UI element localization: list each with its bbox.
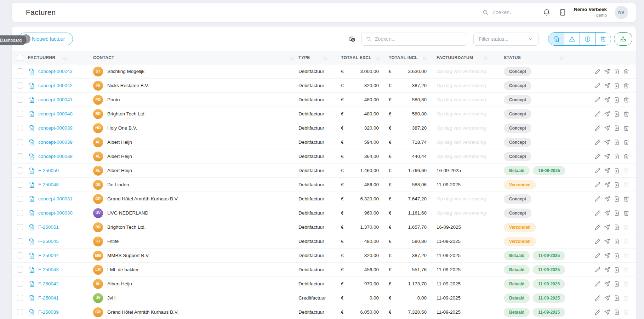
global-search[interactable] <box>482 9 535 16</box>
row-checkbox[interactable] <box>17 125 23 131</box>
download-pdf-button[interactable] <box>614 267 620 273</box>
row-checkbox[interactable] <box>17 252 23 258</box>
send-button[interactable] <box>604 139 610 146</box>
delete-button[interactable] <box>623 295 629 301</box>
send-button[interactable] <box>604 295 610 301</box>
invoice-number-link[interactable]: concept-000030 <box>38 210 73 216</box>
send-button[interactable] <box>604 125 610 131</box>
row-checkbox[interactable] <box>17 281 23 287</box>
invoice-number-link[interactable]: concept-000040 <box>38 111 73 116</box>
delete-button[interactable] <box>623 309 629 315</box>
delete-button[interactable] <box>623 182 629 188</box>
download-pdf-button[interactable] <box>614 210 620 216</box>
row-checkbox[interactable] <box>17 295 23 301</box>
edit-button[interactable] <box>594 153 601 160</box>
delete-button[interactable] <box>623 139 629 146</box>
download-pdf-button[interactable] <box>614 125 620 131</box>
edit-button[interactable] <box>594 139 601 146</box>
invoice-number-link[interactable]: F-250045 <box>38 239 59 244</box>
row-checkbox[interactable] <box>17 167 23 173</box>
download-pdf-button[interactable] <box>614 196 620 202</box>
row-checkbox[interactable] <box>17 97 23 103</box>
delete-button[interactable] <box>623 68 629 75</box>
column-header-contact[interactable]: CONTACT <box>93 55 298 61</box>
delete-button[interactable] <box>623 281 629 287</box>
column-header-factuurnr[interactable]: FACTUURNR <box>28 55 93 61</box>
delete-button[interactable] <box>623 125 629 131</box>
sort-icon[interactable] <box>290 55 293 61</box>
row-checkbox[interactable] <box>17 111 23 117</box>
download-pdf-button[interactable] <box>614 82 620 89</box>
row-checkbox[interactable] <box>17 224 23 230</box>
download-pdf-button[interactable] <box>614 111 620 117</box>
filter-deleted-button[interactable] <box>595 33 611 45</box>
column-header-status[interactable]: STATUS <box>504 55 592 61</box>
row-checkbox[interactable] <box>17 82 23 89</box>
edit-button[interactable] <box>594 295 601 301</box>
row-checkbox[interactable] <box>17 210 23 216</box>
edit-button[interactable] <box>594 210 601 216</box>
avatar[interactable]: NV <box>615 6 628 19</box>
delete-button[interactable] <box>623 210 629 216</box>
download-pdf-button[interactable] <box>614 309 620 315</box>
delete-button[interactable] <box>623 82 629 89</box>
edit-button[interactable] <box>594 68 601 75</box>
invoice-number-link[interactable]: concept-000038 <box>38 154 73 159</box>
invoice-number-link[interactable]: F-250039 <box>38 309 59 315</box>
row-checkbox[interactable] <box>17 238 23 244</box>
delete-button[interactable] <box>623 252 629 259</box>
sort-icon[interactable] <box>376 55 380 61</box>
invoice-number-link[interactable]: concept-000042 <box>38 83 73 88</box>
send-button[interactable] <box>604 196 610 202</box>
invoice-number-link[interactable]: concept-000041 <box>38 97 73 102</box>
row-checkbox[interactable] <box>17 267 23 273</box>
column-header-totaal-incl[interactable]: TOTAAL INCL <box>389 55 437 61</box>
table-search-input[interactable] <box>375 36 463 42</box>
delete-button[interactable] <box>623 97 629 103</box>
invoice-number-link[interactable]: F-250042 <box>38 281 59 286</box>
edit-button[interactable] <box>594 196 601 202</box>
invoice-number-link[interactable]: F-250051 <box>38 224 59 230</box>
edit-button[interactable] <box>594 281 601 287</box>
download-pdf-button[interactable] <box>614 182 620 188</box>
delete-button[interactable] <box>623 267 629 273</box>
sort-icon[interactable] <box>484 55 487 61</box>
invoice-number-link[interactable]: F-250041 <box>38 295 59 301</box>
download-pdf-button[interactable] <box>614 224 620 230</box>
user-block[interactable]: Nemo Verbeek demo <box>574 7 607 18</box>
edit-button[interactable] <box>594 167 601 174</box>
send-button[interactable] <box>604 167 610 174</box>
invoice-number-link[interactable]: concept-000031 <box>38 196 73 201</box>
send-button[interactable] <box>604 97 610 103</box>
column-header-type[interactable]: TYPE <box>298 55 341 61</box>
edit-button[interactable] <box>594 309 601 315</box>
edit-button[interactable] <box>594 111 601 117</box>
invoice-number-link[interactable]: F-250043 <box>38 267 59 272</box>
delete-button[interactable] <box>623 196 629 202</box>
invoice-number-link[interactable]: F-250048 <box>38 182 59 187</box>
delete-button[interactable] <box>623 238 629 245</box>
download-pdf-button[interactable] <box>614 68 620 75</box>
row-checkbox[interactable] <box>17 309 23 315</box>
send-button[interactable] <box>604 281 610 287</box>
edit-button[interactable] <box>594 125 601 131</box>
edit-button[interactable] <box>594 224 601 230</box>
download-pdf-button[interactable] <box>614 238 620 245</box>
download-pdf-button[interactable] <box>614 295 620 301</box>
row-checkbox[interactable] <box>17 139 23 145</box>
invoice-number-link[interactable]: concept-000043 <box>38 69 73 74</box>
sort-icon[interactable] <box>324 55 327 61</box>
filter-invoices-button[interactable] <box>548 33 564 45</box>
filter-alert-button[interactable] <box>580 33 595 45</box>
sort-icon[interactable] <box>560 55 563 61</box>
invoice-number-link[interactable]: F-250044 <box>38 253 59 258</box>
download-pdf-button[interactable] <box>614 167 620 174</box>
download-pdf-button[interactable] <box>614 153 620 160</box>
delete-button[interactable] <box>623 111 629 117</box>
send-button[interactable] <box>604 153 610 160</box>
select-all-checkbox[interactable] <box>17 55 23 61</box>
global-search-input[interactable] <box>492 10 535 15</box>
send-button[interactable] <box>604 182 610 188</box>
edit-button[interactable] <box>594 82 601 89</box>
download-pdf-button[interactable] <box>614 252 620 259</box>
